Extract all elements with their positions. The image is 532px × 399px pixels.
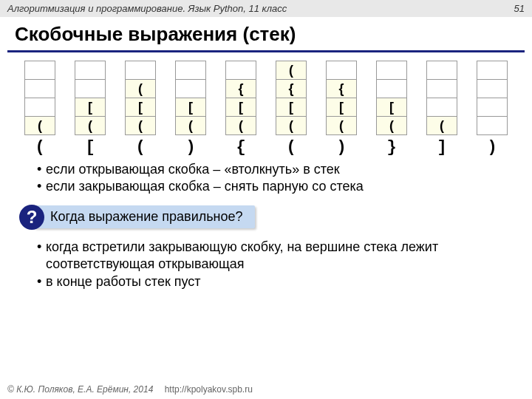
footer-link[interactable]: http://kpolyakov.spb.ru (165, 384, 253, 395)
stack-column: (] (422, 61, 462, 157)
stack-column: (( (20, 61, 60, 157)
input-bracket: ( (135, 138, 145, 157)
stack-cell (75, 79, 106, 98)
stack-cell: ( (175, 116, 206, 135)
stack-cell: [ (175, 98, 206, 117)
input-bracket: { (236, 138, 245, 157)
stack-cell: ( (125, 116, 156, 135)
stack-cell: ( (276, 116, 307, 135)
stack-cell (426, 61, 457, 80)
stack-cell: ( (125, 79, 156, 98)
stack-cell: { (225, 79, 256, 98)
question-row: ? Когда выражение правильное? (19, 205, 532, 230)
stack-cell (225, 61, 256, 80)
stack-cell (477, 98, 508, 117)
stack-cell (477, 116, 508, 135)
input-bracket: ( (35, 138, 44, 157)
input-bracket: ] (437, 138, 446, 157)
question-label: Когда выражение правильное? (34, 205, 255, 228)
stack-cell (376, 79, 407, 98)
rule-item: если закрывающая скобка – снять парную с… (37, 178, 510, 195)
slide-header: Алгоритмизация и программирование. Язык … (0, 0, 532, 17)
stack-cell (426, 79, 457, 98)
stack-cell: [ (125, 98, 156, 117)
stack-cell (24, 98, 55, 117)
stack-cell (426, 98, 457, 117)
stack-cell: { (326, 79, 357, 98)
stack-cell: [ (276, 98, 307, 117)
answer-item: когда встретили закрывающую скобку, на в… (37, 239, 510, 273)
stack-cell: ( (75, 116, 106, 135)
rules-list: если открывающая скобка – «втолкнуть» в … (0, 157, 532, 197)
stack-column: [([ (70, 61, 110, 157)
stack-cell: ( (24, 116, 55, 135)
stack-cell: [ (225, 98, 256, 117)
slide-footer: © К.Ю. Поляков, Е.А. Ерёмин, 2014 http:/… (7, 384, 253, 395)
rule-item: если открывающая скобка – «втолкнуть» в … (37, 161, 510, 178)
stack-cell: [ (326, 98, 357, 117)
page-number: 51 (514, 3, 525, 14)
stack-cell: ( (276, 61, 307, 80)
stack-column: {[() (321, 61, 361, 157)
stack-cell (376, 61, 407, 80)
stack-column: ({[(( (271, 61, 311, 157)
stack-cell: ( (225, 116, 256, 135)
stacks-row: (([([([(([(){[({({[(({[()[(}(]) (0, 61, 532, 157)
input-bracket: ( (286, 138, 296, 157)
answers-list: когда встретили закрывающую скобку, на в… (0, 234, 532, 292)
stack-cell (24, 79, 55, 98)
stack-cell: ( (426, 116, 457, 135)
course-name: Алгоритмизация и программирование. Язык … (7, 3, 287, 14)
stack-cell (477, 79, 508, 98)
input-bracket: [ (85, 138, 95, 157)
input-bracket: ) (336, 138, 346, 157)
stack-column: ) (472, 61, 512, 157)
slide-title: Скобочные выражения (стек) (0, 17, 532, 50)
question-mark-icon: ? (19, 205, 44, 230)
stack-column: ([(( (120, 61, 160, 157)
stack-cell (477, 61, 508, 80)
stack-cell: [ (75, 98, 106, 117)
stack-cell (175, 61, 206, 80)
stack-cell (125, 61, 156, 80)
stack-cell: ( (326, 116, 357, 135)
stack-cell (75, 61, 106, 80)
stack-cell: [ (376, 98, 407, 117)
input-bracket: ) (487, 138, 497, 157)
copyright: © К.Ю. Поляков, Е.А. Ерёмин, 2014 (7, 384, 153, 395)
input-bracket: } (386, 138, 396, 157)
stack-column: [() (171, 61, 211, 157)
title-rule (7, 50, 525, 52)
stack-column: {[({ (221, 61, 261, 157)
answer-item: в конце работы стек пуст (37, 273, 510, 290)
stack-cell (175, 79, 206, 98)
stack-cell (24, 61, 55, 80)
input-bracket: ) (185, 138, 195, 157)
stack-column: [(} (372, 61, 412, 157)
stack-cell: { (276, 79, 307, 98)
stack-cell (326, 61, 357, 80)
stack-cell: ( (376, 116, 407, 135)
